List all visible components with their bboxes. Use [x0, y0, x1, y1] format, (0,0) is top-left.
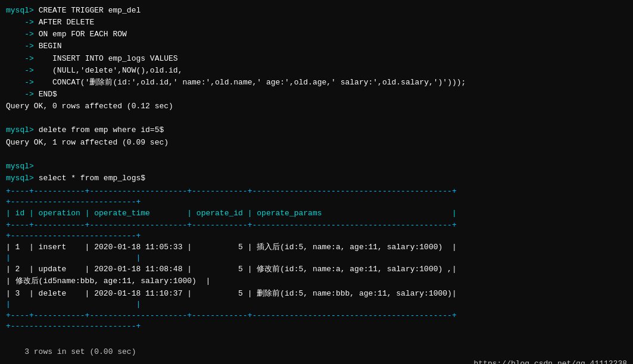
table-sep-bottom2: +---------------------------+ — [6, 322, 627, 332]
line-9: Query OK, 0 rows affected (0.12 sec) — [6, 101, 627, 112]
line-1: mysql> CREATE TRIGGER emp_del — [6, 5, 627, 17]
blog-link: https://blog.csdn.net/qq_41112238 — [474, 358, 627, 364]
line-7: -> CONCAT('删除前(id:',old.id,' name:',old.… — [6, 77, 627, 89]
line-3: -> ON emp FOR EACH ROW — [6, 29, 627, 40]
table: +----+-----------+---------------------+… — [6, 186, 627, 332]
line-8: -> END$ — [6, 89, 627, 101]
line-4: -> BEGIN — [6, 40, 627, 52]
table-row-2b: | 修改后(id5name:bbb, age:11, salary:1000) … — [6, 275, 627, 287]
line-12: mysql> — [6, 161, 627, 172]
table-sep-mid2: +---------------------------+ — [6, 231, 627, 241]
rows-result: 3 rows in set (0.00 sec) — [24, 347, 136, 356]
line-5: -> INSERT INTO emp_logs VALUES — [6, 53, 627, 65]
table-row-3: | 3 | delete | 2020-01-18 11:10:37 | 5 |… — [6, 288, 627, 300]
table-row-2: | 2 | update | 2020-01-18 11:08:48 | 5 |… — [6, 263, 627, 275]
table-sep-mid: +----+-----------+---------------------+… — [6, 219, 627, 231]
table-sep-top2: +---------------------------+ — [6, 197, 627, 208]
terminal: mysql> CREATE TRIGGER emp_del -> AFTER D… — [6, 5, 627, 364]
line-10: mysql> delete from emp where id=5$ — [6, 124, 627, 136]
footer-line: 3 rows in set (0.00 sec) https://blog.cs… — [6, 334, 627, 364]
table-header-row: | id | operation | operate_time | operat… — [6, 208, 627, 219]
table-sep-bottom: +----+-----------+---------------------+… — [6, 310, 627, 322]
line-6: -> (NULL,'delete',NOW(),old.id, — [6, 65, 627, 77]
table-row-1-spacer: | | — [6, 253, 627, 263]
table-sep-top: +----+-----------+---------------------+… — [6, 186, 627, 197]
line-13: mysql> select * from emp_logs$ — [6, 172, 627, 184]
table-row-3-spacer: | | — [6, 300, 627, 310]
col-operation: operation — [39, 209, 80, 218]
table-row-1: | 1 | insert | 2020-01-18 11:05:33 | 5 |… — [6, 241, 627, 253]
line-11: Query OK, 1 row affected (0.09 sec) — [6, 137, 627, 149]
line-blank-1 — [6, 112, 627, 124]
line-blank-2 — [6, 149, 627, 161]
line-2: -> AFTER DELETE — [6, 17, 627, 29]
